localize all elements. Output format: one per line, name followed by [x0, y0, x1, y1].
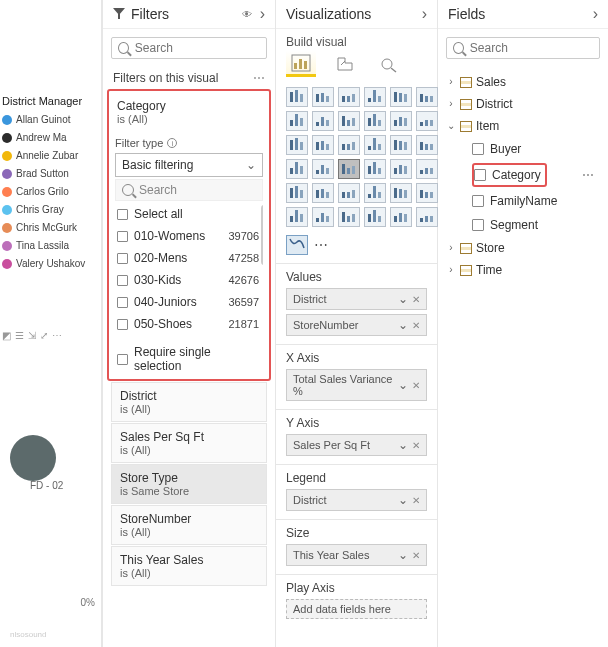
- field-well-item[interactable]: District✕: [286, 288, 427, 310]
- viz-type-cell[interactable]: [286, 87, 308, 107]
- viz-type-cell[interactable]: [312, 87, 334, 107]
- viz-type-cell[interactable]: [390, 135, 412, 155]
- viz-type-cell[interactable]: [364, 135, 386, 155]
- viz-type-cell[interactable]: [364, 159, 386, 179]
- filter-card[interactable]: Districtis (All): [111, 382, 267, 422]
- viz-type-cell[interactable]: [364, 183, 386, 203]
- filters-search[interactable]: [111, 37, 267, 59]
- viz-type-cell[interactable]: [390, 207, 412, 227]
- field-well-item[interactable]: This Year Sales✕: [286, 544, 427, 566]
- field-more-icon[interactable]: ⋯: [582, 165, 600, 185]
- viz-type-cell[interactable]: [286, 159, 308, 179]
- viz-type-cell[interactable]: [390, 159, 412, 179]
- viz-type-cell[interactable]: [416, 135, 438, 155]
- table-row[interactable]: ›Time: [444, 259, 602, 281]
- filter-option[interactable]: 030-Kids42676: [115, 269, 263, 291]
- viz-type-cell[interactable]: [416, 207, 438, 227]
- viz-type-cell[interactable]: [364, 87, 386, 107]
- remove-icon[interactable]: ✕: [412, 440, 420, 451]
- remove-icon[interactable]: ✕: [412, 380, 420, 391]
- chevron-right-icon[interactable]: ›: [446, 95, 456, 113]
- build-tab-fields[interactable]: [286, 51, 316, 77]
- collapse-icon[interactable]: [422, 6, 427, 22]
- field-well-item[interactable]: Sales Per Sq Ft✕: [286, 434, 427, 456]
- remove-icon[interactable]: ✕: [412, 495, 420, 506]
- viz-type-extra[interactable]: [286, 235, 308, 255]
- viz-type-cell[interactable]: [286, 111, 308, 131]
- legend-item[interactable]: Annelie Zubar: [2, 147, 99, 165]
- viz-type-cell[interactable]: [338, 135, 360, 155]
- viz-more-icon[interactable]: ⋯: [314, 237, 330, 253]
- field-well-item[interactable]: District✕: [286, 489, 427, 511]
- filter-card[interactable]: Store Typeis Same Store: [111, 464, 267, 504]
- checkbox[interactable]: [472, 195, 484, 207]
- viz-type-cell[interactable]: [338, 207, 360, 227]
- table-row[interactable]: ›Sales: [444, 71, 602, 93]
- table-row[interactable]: ›Store: [444, 237, 602, 259]
- legend-item[interactable]: Andrew Ma: [2, 129, 99, 147]
- chevron-right-icon[interactable]: ›: [446, 73, 456, 91]
- viz-type-cell[interactable]: [312, 135, 334, 155]
- viz-type-cell[interactable]: [312, 183, 334, 203]
- filter-card[interactable]: Sales Per Sq Ftis (All): [111, 423, 267, 463]
- field-item[interactable]: Segment: [444, 213, 602, 237]
- checkbox[interactable]: [117, 253, 128, 264]
- checkbox[interactable]: [472, 219, 484, 231]
- viz-type-cell[interactable]: [390, 87, 412, 107]
- field-item[interactable]: Category⋯: [444, 161, 602, 189]
- filter-card[interactable]: This Year Salesis (All): [111, 546, 267, 586]
- remove-icon[interactable]: ✕: [412, 550, 420, 561]
- viz-type-cell[interactable]: [416, 183, 438, 203]
- viz-type-cell[interactable]: [286, 207, 308, 227]
- filter-option[interactable]: 010-Womens39706: [115, 225, 263, 247]
- legend-item[interactable]: Allan Guinot: [2, 111, 99, 129]
- collapse-icon[interactable]: [593, 6, 598, 22]
- filter-card-category[interactable]: Category is (All) Filter type i Basic fi…: [107, 89, 271, 381]
- checkbox[interactable]: [117, 275, 128, 286]
- viz-type-cell[interactable]: [312, 159, 334, 179]
- legend-item[interactable]: Brad Sutton: [2, 165, 99, 183]
- legend-item[interactable]: Carlos Grilo: [2, 183, 99, 201]
- chevron-down-icon[interactable]: ⌄: [446, 117, 456, 135]
- viz-type-cell[interactable]: [364, 207, 386, 227]
- fields-search-input[interactable]: [470, 41, 593, 55]
- checkbox[interactable]: [474, 169, 486, 181]
- viz-type-cell[interactable]: [338, 159, 360, 179]
- viz-type-cell[interactable]: [416, 159, 438, 179]
- table-row[interactable]: ⌄Item: [444, 115, 602, 137]
- remove-icon[interactable]: ✕: [412, 320, 420, 331]
- info-icon[interactable]: i: [167, 138, 177, 148]
- viz-type-cell[interactable]: [364, 111, 386, 131]
- field-well-item[interactable]: StoreNumber✕: [286, 314, 427, 336]
- field-well-item[interactable]: Total Sales Variance %✕: [286, 369, 427, 401]
- checkbox[interactable]: [117, 231, 128, 242]
- viz-type-cell[interactable]: [286, 135, 308, 155]
- viz-type-cell[interactable]: [416, 87, 438, 107]
- viz-type-cell[interactable]: [338, 183, 360, 203]
- filter-option[interactable]: 020-Mens47258: [115, 247, 263, 269]
- filter-option[interactable]: 040-Juniors36597: [115, 291, 263, 313]
- visual-toolbar[interactable]: ◩☰⇲⤢⋯: [2, 330, 62, 341]
- viz-type-cell[interactable]: [390, 183, 412, 203]
- viz-type-cell[interactable]: [312, 111, 334, 131]
- filter-card[interactable]: StoreNumberis (All): [111, 505, 267, 545]
- remove-icon[interactable]: ✕: [412, 294, 420, 305]
- require-single-selection[interactable]: Require single selection: [115, 343, 263, 373]
- build-tab-format[interactable]: [330, 51, 360, 77]
- chevron-right-icon[interactable]: ›: [446, 261, 456, 279]
- filter-value-search[interactable]: Search: [115, 179, 263, 201]
- viz-type-cell[interactable]: [286, 183, 308, 203]
- filters-search-input[interactable]: [135, 41, 260, 55]
- legend-item[interactable]: Valery Ushakov: [2, 255, 99, 273]
- table-row[interactable]: ›District: [444, 93, 602, 115]
- field-well-drop[interactable]: Add data fields here: [286, 599, 427, 619]
- filter-option[interactable]: Select all: [115, 203, 263, 225]
- filter-option[interactable]: 050-Shoes21871: [115, 313, 263, 335]
- filter-type-dropdown[interactable]: Basic filtering: [115, 153, 263, 177]
- legend-item[interactable]: Chris Gray: [2, 201, 99, 219]
- viz-type-cell[interactable]: [338, 87, 360, 107]
- build-tab-analytics[interactable]: [374, 51, 404, 77]
- collapse-icon[interactable]: [260, 6, 265, 22]
- checkbox[interactable]: [472, 143, 484, 155]
- scrollbar[interactable]: [261, 205, 263, 265]
